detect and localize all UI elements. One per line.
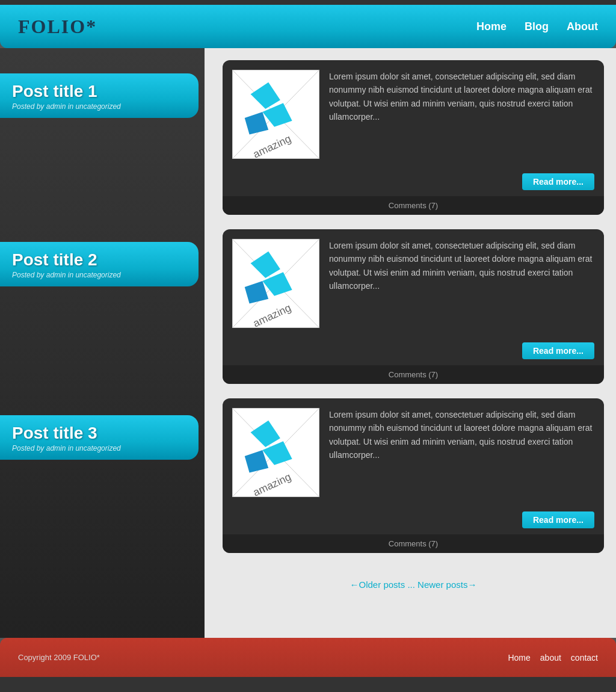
footer-nav-home[interactable]: Home (508, 653, 530, 663)
post-title-1: Post title 1 (12, 82, 186, 101)
footer-nav-about[interactable]: about (540, 653, 561, 663)
post-card-1: amazing er! Lorem ipsum dolor sit amet, … (223, 60, 604, 215)
older-posts-link[interactable]: ←Older posts ... (350, 579, 415, 590)
comments-2: Comments (7) (232, 370, 594, 379)
post-title-3: Post title 3 (12, 424, 186, 443)
post-tab-2: Post title 2 Posted by admin in uncatego… (0, 242, 199, 286)
footer-nav: Home about contact (508, 653, 598, 663)
read-more-button-3[interactable]: Read more... (522, 511, 594, 528)
newer-posts-link[interactable]: Newer posts→ (417, 579, 476, 590)
post-thumbnail-3: amazing er! (232, 408, 319, 497)
post-actions-1: Read more... (232, 168, 594, 196)
footer-nav-contact[interactable]: contact (571, 653, 598, 663)
bottom-strip (0, 677, 616, 692)
post-excerpt-2: Lorem ipsum dolor sit amet, consectetuer… (329, 239, 594, 328)
post-thumbnail-2: amazing er! (232, 239, 319, 328)
read-more-button-1[interactable]: Read more... (522, 173, 594, 190)
sidebar: Post title 1 Posted by admin in uncatego… (0, 48, 205, 638)
post-card-inner-3: amazing er! Lorem ipsum dolor sit amet, … (232, 408, 594, 507)
post-meta-2: Posted by admin in uncategorized (12, 271, 186, 279)
page-wrapper: FOLIO* Home Blog About Post title 1 Post… (0, 0, 616, 692)
post-footer-2: Comments (7) (223, 365, 604, 384)
pagination: ←Older posts ... Newer posts→ (223, 567, 604, 602)
post-footer-1: Comments (7) (223, 196, 604, 215)
post-excerpt-3: Lorem ipsum dolor sit amet, consectetuer… (329, 408, 594, 497)
post-meta-3: Posted by admin in uncategorized (12, 444, 186, 453)
post-tab-3: Post title 3 Posted by admin in uncatego… (0, 415, 199, 460)
comments-1: Comments (7) (232, 201, 594, 210)
main-layout: Post title 1 Posted by admin in uncatego… (0, 48, 616, 638)
post-meta-1: Posted by admin in uncategorized (12, 102, 186, 111)
read-more-button-2[interactable]: Read more... (522, 342, 594, 359)
footer-copyright: Copyright 2009 FOLIO* (18, 653, 100, 662)
nav-home[interactable]: Home (476, 20, 507, 33)
post-footer-3: Comments (7) (223, 534, 604, 553)
post-card-inner-1: amazing er! Lorem ipsum dolor sit amet, … (232, 70, 594, 168)
nav-blog[interactable]: Blog (525, 20, 549, 33)
footer: Copyright 2009 FOLIO* Home about contact (0, 638, 616, 677)
comments-3: Comments (7) (232, 539, 594, 548)
post-thumbnail-1: amazing er! (232, 70, 319, 159)
post-card-inner-2: amazing er! Lorem ipsum dolor sit amet, … (232, 239, 594, 338)
post-title-2: Post title 2 (12, 250, 186, 270)
nav-about[interactable]: About (567, 20, 598, 33)
post-tab-1: Post title 1 Posted by admin in uncatego… (0, 73, 199, 118)
post-actions-3: Read more... (232, 507, 594, 534)
main-nav: Home Blog About (476, 20, 598, 33)
header: FOLIO* Home Blog About (0, 5, 616, 48)
post-card-3: amazing er! Lorem ipsum dolor sit amet, … (223, 398, 604, 553)
top-strip (0, 0, 616, 5)
post-actions-2: Read more... (232, 338, 594, 365)
post-excerpt-1: Lorem ipsum dolor sit amet, consectetuer… (329, 70, 594, 159)
post-card-2: amazing er! Lorem ipsum dolor sit amet, … (223, 229, 604, 384)
content-area: amazing er! Lorem ipsum dolor sit amet, … (205, 48, 616, 638)
logo: FOLIO* (18, 16, 97, 38)
